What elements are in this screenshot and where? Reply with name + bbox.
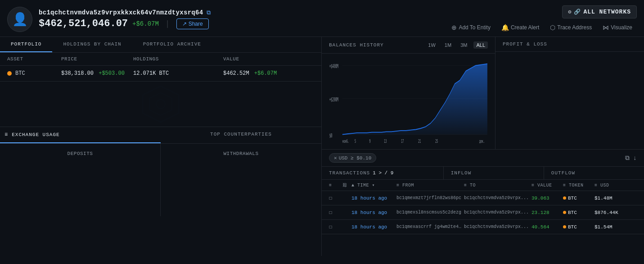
inflow-section: INFLOW: [444, 167, 544, 179]
svg-text:25: 25: [435, 138, 438, 144]
balance-change: +$6.07M: [132, 20, 159, 27]
tx-time-1: 18 hours ago: [351, 196, 396, 201]
svg-text:21: 21: [418, 138, 421, 144]
btc-icon: [7, 71, 12, 76]
tx-value-3: 40.564: [531, 224, 563, 230]
price-value: $38,318.00: [61, 70, 94, 77]
share-button[interactable]: ↗ Share: [176, 18, 209, 29]
create-alert-button[interactable]: 🔔 Create Alert: [497, 22, 544, 33]
price-cell: $38,318.00 +$503.00: [61, 70, 133, 77]
svg-text:9: 9: [369, 138, 371, 144]
portfolio-tabs: PORTFOLIO HOLDINGS BY CHAIN PORTFOLIO AR…: [0, 37, 321, 53]
share-icon: ↗: [182, 21, 187, 27]
trace-icon: ⬡: [550, 24, 555, 31]
tx-to-2[interactable]: bc1qchctnvmdva5z9vrpx...: [464, 210, 531, 215]
tx-table-header: ≡ ⛓ ▲ TIME ▾ ≡ FROM ≡ TO ≡ VALUE ≡ TOKEN…: [322, 180, 644, 191]
tx-token-2: BTC: [563, 210, 594, 215]
tx-from-2[interactable]: bc1qmexsl8nscmsus5c2dezg: [396, 210, 464, 215]
outflow-label: OUTFLOW: [551, 170, 575, 176]
tx-token-3: BTC: [563, 224, 594, 230]
add-entity-icon: ⊕: [451, 24, 457, 31]
tx-time-3: 18 hours ago: [351, 224, 396, 230]
copy-rows-icon[interactable]: ⧉: [625, 155, 630, 162]
tab-holdings-by-chain[interactable]: HOLDINGS BY CHAIN: [52, 37, 132, 52]
table-row: ☐ 18 hours ago bc1qmexascrrf jg4wm2te48u…: [322, 220, 644, 234]
tx-usd-1: $1.48M: [594, 196, 621, 201]
add-entity-button[interactable]: ⊕ Add To Entity: [447, 22, 495, 33]
transactions-label: TRANSACTIONS: [329, 170, 370, 176]
chart-controls: 1W 1M 3M ALL: [425, 41, 488, 49]
balance-row: $462,521,046.07 +$6.07M | ↗ Share: [39, 18, 211, 29]
visualize-icon: ⋈: [603, 24, 609, 31]
tx-value-1: 39.063: [531, 196, 563, 201]
network-selector[interactable]: ⚙ 🔗 ALL NETWORKS: [562, 5, 637, 18]
chart-1w-button[interactable]: 1W: [425, 41, 438, 49]
alert-icon: 🔔: [501, 24, 509, 31]
row-check-1[interactable]: ☐: [329, 195, 342, 201]
tx-actions: ⧉ ↓: [625, 155, 637, 162]
value-change: +$6.07M: [254, 70, 277, 77]
value-cell: $462.52M +$6.07M: [223, 70, 322, 77]
main-content: PORTFOLIO HOLDINGS BY CHAIN PORTFOLIO AR…: [0, 37, 644, 256]
col-time[interactable]: ▲ TIME ▾: [351, 182, 396, 188]
tx-usd-2: $876.44K: [594, 210, 621, 215]
header-right: ⚙ 🔗 ALL NETWORKS ⊕ Add To Entity 🔔 Creat…: [447, 5, 637, 33]
col-from: ≡ FROM: [396, 183, 464, 188]
chart-1m-button[interactable]: 1M: [442, 41, 454, 49]
price-change: +$503.00: [99, 70, 125, 77]
col-check: ≡: [329, 183, 342, 188]
pnl-title: PROFIT & LOSS: [503, 41, 547, 47]
row-check-2[interactable]: ☐: [329, 209, 342, 216]
filter-tag[interactable]: ✕ USD ≥ $0.10: [329, 153, 376, 163]
trace-address-button[interactable]: ⬡ Trace Address: [545, 22, 596, 33]
withdrawals-label: WITHDRAWALS: [168, 151, 314, 156]
header-left: 👤 bc1qchctnvmdva5z9vrpxkkxck64v7nmzdtyxs…: [7, 7, 211, 32]
svg-point-2: [156, 100, 165, 109]
bottom-content: DEPOSITS WITHDRAWALS: [0, 144, 321, 216]
portfolio-table-header: ASSET PRICE HOLDINGS VALUE: [0, 53, 321, 66]
table-row: ☐ 18 hours ago bc1qmexmzt7jrfln82ws86pc …: [322, 191, 644, 205]
balances-chart: +$400M +$200M $0: [329, 57, 488, 146]
svg-text:$0: $0: [329, 132, 333, 138]
svg-text:+$200M: +$200M: [329, 96, 338, 102]
chart-3m-button[interactable]: 3M: [458, 41, 470, 49]
svg-text:5: 5: [355, 138, 356, 144]
col-link: ⛓: [342, 182, 351, 188]
tx-to-1[interactable]: bc1qchctnvmdva5z9vrpx...: [464, 196, 531, 200]
tx-value-2: 23.128: [531, 210, 563, 215]
chart-body: +$400M +$200M $0: [322, 54, 495, 149]
tx-token-1: BTC: [563, 196, 594, 201]
balances-title: BALANCES HISTORY: [329, 42, 384, 48]
transactions-area: ✕ USD ≥ $0.10 ⧉ ↓ TRANSACTIONS 1 > / 9 I: [322, 150, 644, 256]
tx-to-3[interactable]: bc1qchctnvmdva5z9vrpx...: [464, 224, 531, 229]
svg-text:дек.: дек.: [479, 138, 485, 144]
tx-from-3[interactable]: bc1qmexascrrf jg4wm2te48u: [396, 224, 464, 229]
visualize-button[interactable]: ⋈ Visualize: [598, 22, 637, 33]
filter-icon: ⚙: [568, 9, 571, 15]
inflow-label: INFLOW: [451, 170, 472, 176]
header-info: bc1qchctnvmdva5z9vrpxkkxck64v7nmzdtyxsrq…: [39, 9, 211, 29]
tx-usd-3: $1.54M: [594, 224, 621, 230]
transactions-pages: 1 > / 9: [373, 170, 393, 176]
row-check-3[interactable]: ☐: [329, 223, 342, 230]
tx-from-1[interactable]: bc1qmexmzt7jrfln82ws86pc: [396, 196, 464, 200]
tab-exchange-usage[interactable]: ≡ EXCHANGE USAGE: [0, 127, 161, 143]
col-to: ≡ TO: [464, 183, 531, 188]
tab-top-counterparties[interactable]: TOP COUNTERPARTIES: [161, 127, 321, 143]
download-icon[interactable]: ↓: [633, 155, 637, 162]
avatar: 👤: [7, 7, 32, 32]
deposits-col: DEPOSITS: [0, 144, 161, 216]
user-icon: 👤: [12, 12, 28, 27]
svg-text:13: 13: [384, 138, 387, 144]
tab-portfolio-archive[interactable]: PORTFOLIO ARCHIVE: [132, 37, 212, 52]
x-icon[interactable]: ✕: [334, 155, 337, 161]
copy-icon[interactable]: ⧉: [207, 9, 211, 16]
tab-portfolio[interactable]: PORTFOLIO: [0, 37, 52, 52]
tx-sections: TRANSACTIONS 1 > / 9 INFLOW OUTFLOW: [322, 167, 644, 180]
table-row: ☐ 18 hours ago bc1qmexsl8nscmsus5c2dezg …: [322, 205, 644, 220]
asset-cell: BTC: [7, 70, 61, 77]
bottom-tabs: ≡ EXCHANGE USAGE TOP COUNTERPARTIES: [0, 127, 321, 144]
chart-all-button[interactable]: ALL: [473, 41, 488, 49]
watermark-logo: [138, 82, 183, 127]
svg-text:ноя6.: ноя6.: [342, 138, 349, 144]
